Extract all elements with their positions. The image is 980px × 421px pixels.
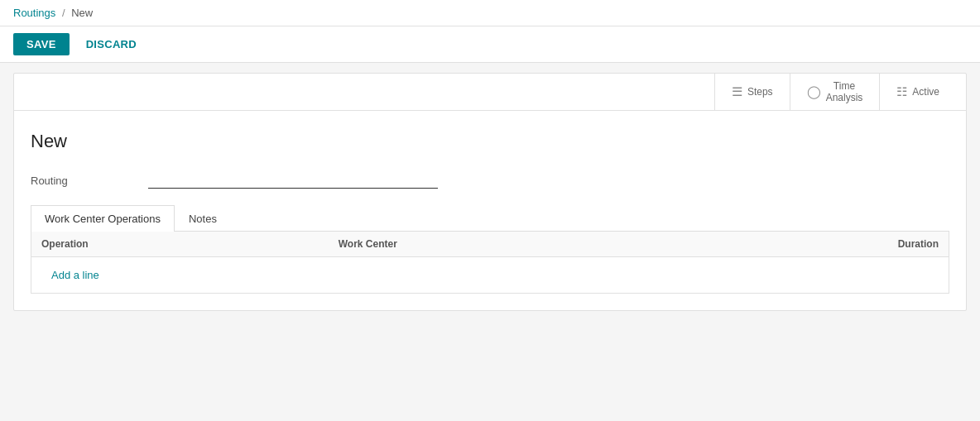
tab-work-center-operations[interactable]: Work Center Operations — [31, 205, 175, 232]
record-card: ☰ Steps ◯ TimeAnalysis ☷ Active New Rout… — [13, 73, 967, 311]
table-header-row: Operation Work Center Duration — [31, 232, 949, 257]
col-header-duration: Duration — [679, 232, 949, 257]
breadcrumb: Routings / New — [13, 7, 93, 19]
tab-notes[interactable]: Notes — [175, 205, 231, 232]
add-line-row: Add a line — [31, 257, 949, 294]
table-section: Operation Work Center Duration Add a lin… — [31, 232, 949, 294]
list-icon: ☰ — [732, 84, 742, 99]
record-title: New — [31, 131, 949, 152]
breadcrumb-separator: / — [62, 7, 65, 19]
clock-icon: ◯ — [807, 84, 821, 99]
add-line-cell: Add a line — [31, 257, 949, 294]
col-header-operation: Operation — [31, 232, 329, 257]
active-tab-label: Active — [912, 86, 939, 98]
add-line-button[interactable]: Add a line — [41, 264, 109, 286]
main-content: ☰ Steps ◯ TimeAnalysis ☷ Active New Rout… — [0, 63, 980, 321]
header-tab-time-analysis[interactable]: ◯ TimeAnalysis — [790, 74, 880, 110]
header-tab-steps[interactable]: ☰ Steps — [714, 74, 790, 110]
record-body: New Routing Work Center Operations Notes… — [14, 111, 966, 310]
header-spacer — [24, 74, 714, 110]
save-button[interactable]: SAVE — [13, 33, 70, 55]
record-tabs: Work Center Operations Notes — [31, 205, 949, 232]
table-body: Add a line — [31, 257, 949, 294]
time-analysis-tab-label: TimeAnalysis — [826, 80, 863, 103]
col-header-work-center: Work Center — [329, 232, 679, 257]
grid-icon: ☷ — [896, 84, 907, 99]
header-tab-active[interactable]: ☷ Active — [879, 74, 956, 110]
header-tabs: ☰ Steps ◯ TimeAnalysis ☷ Active — [14, 74, 966, 111]
discard-button[interactable]: DISCARD — [76, 33, 147, 55]
action-bar: SAVE DISCARD — [0, 26, 980, 63]
routing-field-row: Routing — [31, 172, 949, 189]
operations-table: Operation Work Center Duration Add a lin… — [31, 232, 949, 293]
routing-input[interactable] — [148, 172, 438, 189]
routing-label: Routing — [31, 175, 138, 187]
breadcrumb-parent[interactable]: Routings — [13, 7, 55, 19]
breadcrumb-current: New — [71, 7, 93, 19]
steps-tab-label: Steps — [747, 86, 773, 98]
breadcrumb-bar: Routings / New — [0, 0, 980, 26]
